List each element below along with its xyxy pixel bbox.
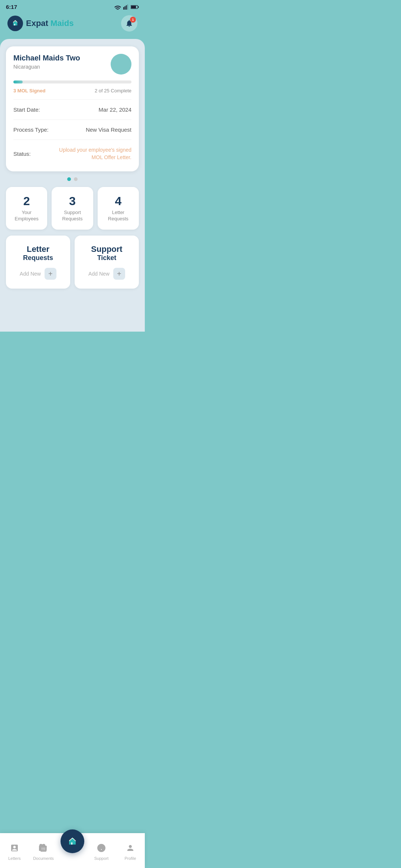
letter-add-new-row: Add New +: [12, 268, 64, 280]
svg-text:✦: ✦: [16, 20, 17, 21]
progress-bar-fill: [13, 80, 23, 83]
progress-labels: 3 MOL Signed 2 of 25 Complete: [13, 88, 131, 93]
main-content: Michael Maids Two Nicaraguan 3 MOL Signe…: [0, 39, 145, 332]
wifi-icon: [114, 4, 121, 10]
letter-requests-subtitle: Requests: [12, 254, 64, 262]
stat-card-letters[interactable]: 4 Letter Requests: [98, 187, 139, 230]
status-icons: [114, 4, 139, 10]
signal-icon: [123, 4, 129, 10]
battery-icon: [131, 5, 139, 9]
start-date-row: Start Date: Mar 22, 2024: [13, 103, 131, 116]
status-bar: 6:17: [0, 0, 145, 12]
mol-status: 3 MOL Signed: [13, 88, 45, 93]
svg-rect-0: [123, 7, 124, 10]
action-cards-grid: Letter Requests Add New + Support Ticket…: [6, 236, 139, 289]
logo-container: ✦ ✦ ✦ Expat Maids: [7, 16, 74, 31]
stat-label-employees: Your Employees: [10, 210, 43, 222]
card-nationality: Nicaraguan: [13, 64, 80, 70]
logo-icon: ✦ ✦ ✦: [7, 16, 23, 31]
divider-2: [13, 119, 131, 120]
support-add-new-text: Add New: [88, 271, 110, 277]
card-info: Michael Maids Two Nicaraguan: [13, 54, 80, 70]
stat-label-letters: Letter Requests: [102, 210, 134, 222]
support-add-new-row: Add New +: [81, 268, 133, 280]
header: ✦ ✦ ✦ Expat Maids 1: [0, 12, 145, 39]
letter-requests-title: Letter: [12, 244, 64, 254]
stat-number-letters: 4: [102, 194, 134, 208]
carousel-dots: [6, 177, 139, 181]
process-type-row: Process Type: New Visa Request: [13, 124, 131, 136]
start-date-label: Start Date:: [13, 106, 40, 113]
dot-2[interactable]: [74, 177, 78, 181]
letter-requests-card[interactable]: Letter Requests Add New +: [6, 236, 70, 289]
stat-number-employees: 2: [10, 194, 43, 208]
avatar: [111, 54, 131, 75]
card-header: Michael Maids Two Nicaraguan: [13, 54, 131, 75]
stat-card-support[interactable]: 3 Support Requests: [52, 187, 93, 230]
process-type-value: New Visa Request: [86, 126, 131, 133]
progress-complete: 2 of 25 Complete: [95, 88, 131, 93]
svg-rect-1: [125, 6, 125, 9]
stat-card-employees[interactable]: 2 Your Employees: [6, 187, 47, 230]
status-label: Status:: [13, 151, 31, 157]
svg-rect-6: [131, 6, 136, 8]
support-add-new-button[interactable]: +: [113, 268, 125, 280]
notification-badge: 1: [130, 17, 136, 23]
expat-maids-logo-icon: ✦ ✦ ✦: [10, 18, 20, 29]
status-row: Status: Upload your employee's signed MO…: [13, 144, 131, 164]
card-name: Michael Maids Two: [13, 54, 80, 62]
letter-add-new-button[interactable]: +: [45, 268, 56, 280]
start-date-value: Mar 22, 2024: [99, 106, 131, 113]
status-time: 6:17: [6, 4, 17, 10]
status-value: Upload your employee's signed MOL Offer …: [57, 147, 131, 161]
divider-3: [13, 139, 131, 140]
divider-1: [13, 99, 131, 100]
notification-button[interactable]: 1: [121, 15, 137, 32]
svg-rect-2: [126, 5, 127, 10]
progress-bar-container: [13, 80, 131, 83]
support-ticket-card[interactable]: Support Ticket Add New +: [75, 236, 139, 289]
logo-maids-text: Maids: [50, 19, 74, 28]
support-ticket-title: Support: [81, 244, 133, 254]
stats-grid: 2 Your Employees 3 Support Requests 4 Le…: [6, 187, 139, 230]
svg-rect-3: [127, 4, 128, 10]
employee-card[interactable]: Michael Maids Two Nicaraguan 3 MOL Signe…: [6, 46, 139, 171]
process-type-label: Process Type:: [13, 126, 49, 133]
logo-text: Expat Maids: [26, 19, 74, 28]
dot-1[interactable]: [67, 177, 71, 181]
stat-label-support: Support Requests: [56, 210, 88, 222]
support-ticket-subtitle: Ticket: [81, 254, 133, 262]
stat-number-support: 3: [56, 194, 88, 208]
letter-add-new-text: Add New: [20, 271, 41, 277]
logo-expat-text: Expat: [26, 19, 48, 28]
svg-rect-5: [138, 6, 138, 7]
